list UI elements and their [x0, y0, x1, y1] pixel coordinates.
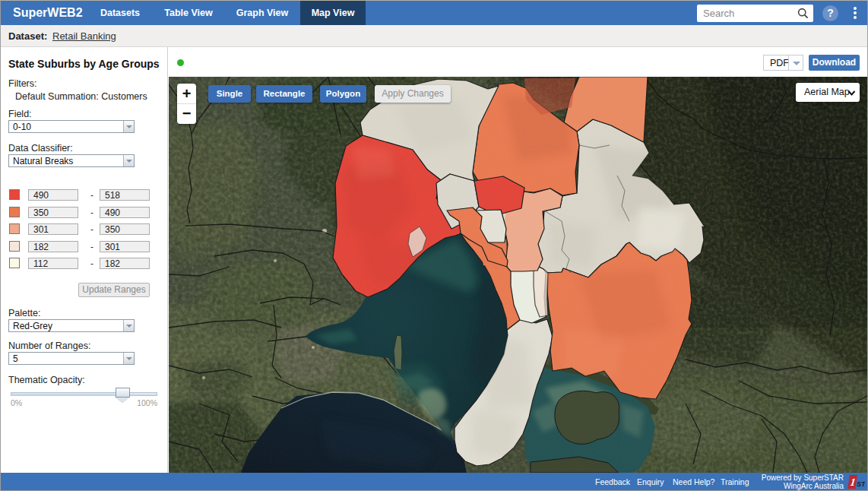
svg-text:ST: ST	[857, 480, 865, 488]
